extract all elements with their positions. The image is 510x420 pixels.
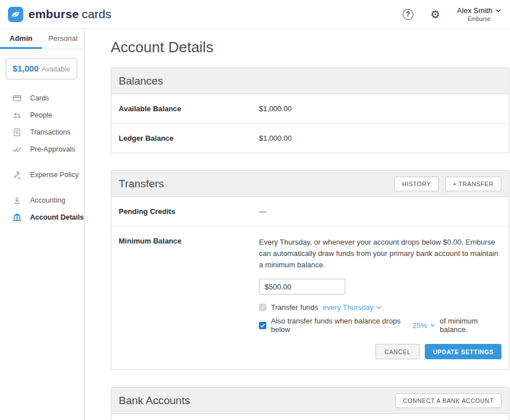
page-title: Account Details bbox=[111, 39, 509, 56]
brand-name-light: cards bbox=[82, 7, 111, 20]
top-bar: embursecards ? ⚙ Alex Smith Emburse bbox=[0, 0, 510, 29]
minimum-balance-row: Minimum Balance Every Thursday, or whene… bbox=[111, 226, 509, 369]
transactions-icon bbox=[12, 128, 22, 137]
balances-section: Balances Available Balance $1,000.00 Led… bbox=[111, 68, 509, 153]
sidebar-item-label: Pre-Approvals bbox=[30, 145, 75, 153]
bank-accounts-header: Bank Accounts CONNECT A BANK ACCOUNT bbox=[111, 388, 509, 414]
sidebar-item-cards[interactable]: Cards bbox=[0, 90, 84, 107]
also-transfer-option: Also transfer funds when balance drops b… bbox=[259, 317, 501, 334]
transfers-title: Transfers bbox=[119, 178, 164, 190]
sidebar-item-pre-approvals[interactable]: Pre-Approvals bbox=[0, 141, 84, 158]
chevron-down-icon bbox=[496, 9, 501, 12]
card-icon bbox=[12, 94, 22, 103]
sidebar-nav: Cards People Transactions Pre-Approvals bbox=[0, 90, 84, 226]
people-icon bbox=[12, 111, 22, 120]
add-transfer-button[interactable]: + TRANSFER bbox=[445, 177, 501, 191]
emburse-logo-icon bbox=[8, 7, 23, 22]
tab-personal[interactable]: Personal bbox=[42, 29, 84, 49]
brand-name-bold: emburse bbox=[28, 7, 79, 20]
chevron-down-icon bbox=[430, 324, 435, 327]
minimum-balance-input[interactable] bbox=[259, 279, 345, 295]
balance-label: Available bbox=[41, 65, 70, 73]
sidebar-item-accounting[interactable]: Accounting bbox=[0, 192, 84, 209]
available-balance-label: Available Balance bbox=[119, 104, 259, 113]
user-menu[interactable]: Alex Smith Emburse bbox=[457, 6, 501, 22]
sidebar-item-label: Expense Policy bbox=[30, 171, 78, 179]
double-check-icon bbox=[12, 145, 22, 154]
balances-header: Balances bbox=[111, 68, 509, 94]
transfer-funds-text: Transfer funds bbox=[271, 303, 318, 312]
main-content: Account Details Balances Available Balan… bbox=[85, 29, 510, 420]
chevron-down-icon bbox=[377, 306, 382, 309]
frequency-dropdown[interactable]: every Thursday bbox=[323, 303, 381, 312]
transfer-funds-option: Transfer funds every Thursday bbox=[259, 303, 501, 312]
brand-logo[interactable]: embursecards bbox=[8, 7, 111, 22]
sidebar-item-label: Accounting bbox=[30, 196, 65, 204]
available-balance-widget[interactable]: $1,000Available bbox=[6, 58, 77, 79]
download-icon bbox=[12, 196, 22, 205]
sidebar-item-label: People bbox=[30, 111, 52, 119]
sidebar-item-label: Transactions bbox=[30, 128, 70, 136]
cancel-button[interactable]: CANCEL bbox=[375, 344, 420, 359]
transfer-funds-checkbox bbox=[259, 304, 266, 311]
pending-credits-label: Pending Credits bbox=[119, 207, 259, 216]
minimum-balance-description: Every Thursday, or whenever your account… bbox=[259, 237, 501, 271]
history-button[interactable]: HISTORY bbox=[394, 177, 439, 191]
balance-amount: $1,000 bbox=[12, 64, 39, 73]
transfers-header: Transfers HISTORY + TRANSFER bbox=[111, 171, 509, 197]
also-transfer-checkbox[interactable] bbox=[259, 322, 266, 329]
ledger-balance-label: Ledger Balance bbox=[119, 134, 259, 142]
minimum-balance-label: Minimum Balance bbox=[119, 237, 259, 359]
tab-admin[interactable]: Admin bbox=[0, 29, 42, 49]
gear-icon[interactable]: ⚙ bbox=[430, 9, 440, 20]
table-row: Ledger Balance $1,000.00 bbox=[111, 124, 509, 153]
balances-title: Balances bbox=[119, 75, 163, 87]
sidebar-tabs: Admin Personal bbox=[0, 29, 84, 49]
sidebar-item-label: Cards bbox=[30, 94, 49, 102]
also-transfer-text-after: of minimum balance. bbox=[440, 317, 501, 334]
sidebar-item-label: Account Details bbox=[30, 213, 83, 221]
table-row: Available Balance $1,000.00 bbox=[111, 94, 509, 124]
table-row: Pending Credits — bbox=[111, 197, 509, 226]
available-balance-value: $1,000.00 bbox=[259, 104, 292, 113]
help-icon[interactable]: ? bbox=[403, 9, 413, 20]
sidebar-item-people[interactable]: People bbox=[0, 107, 84, 124]
minimum-balance-actions: CANCEL UPDATE SETTINGS bbox=[259, 344, 501, 359]
topbar-actions: ? ⚙ Alex Smith Emburse bbox=[403, 6, 501, 22]
bank-accounts-section: Bank Accounts CONNECT A BANK ACCOUNT Pla… bbox=[111, 387, 509, 420]
user-name: Alex Smith bbox=[457, 6, 492, 15]
transfers-section: Transfers HISTORY + TRANSFER Pending Cre… bbox=[111, 170, 509, 370]
bank-accounts-title: Bank Accounts bbox=[119, 394, 190, 407]
user-org: Emburse bbox=[457, 16, 501, 22]
connect-bank-account-button[interactable]: CONNECT A BANK ACCOUNT bbox=[395, 393, 501, 408]
sidebar-item-transactions[interactable]: Transactions bbox=[0, 124, 84, 141]
gavel-icon bbox=[12, 170, 22, 179]
update-settings-button[interactable]: UPDATE SETTINGS bbox=[425, 344, 501, 359]
sidebar: Admin Personal $1,000Available Cards Peo… bbox=[0, 29, 85, 420]
bank-icon bbox=[12, 213, 22, 222]
sidebar-item-expense-policy[interactable]: Expense Policy bbox=[0, 166, 84, 183]
also-transfer-text-before: Also transfer funds when balance drops b… bbox=[271, 317, 408, 334]
pending-credits-value: — bbox=[259, 207, 266, 216]
ledger-balance-value: $1,000.00 bbox=[259, 134, 292, 142]
threshold-dropdown[interactable]: 25% bbox=[412, 321, 435, 330]
brand-name: embursecards bbox=[28, 7, 111, 21]
bank-account-row: Plaid Checking - 0000 Primary bbox=[111, 414, 509, 420]
sidebar-item-account-details[interactable]: Account Details bbox=[0, 209, 84, 226]
